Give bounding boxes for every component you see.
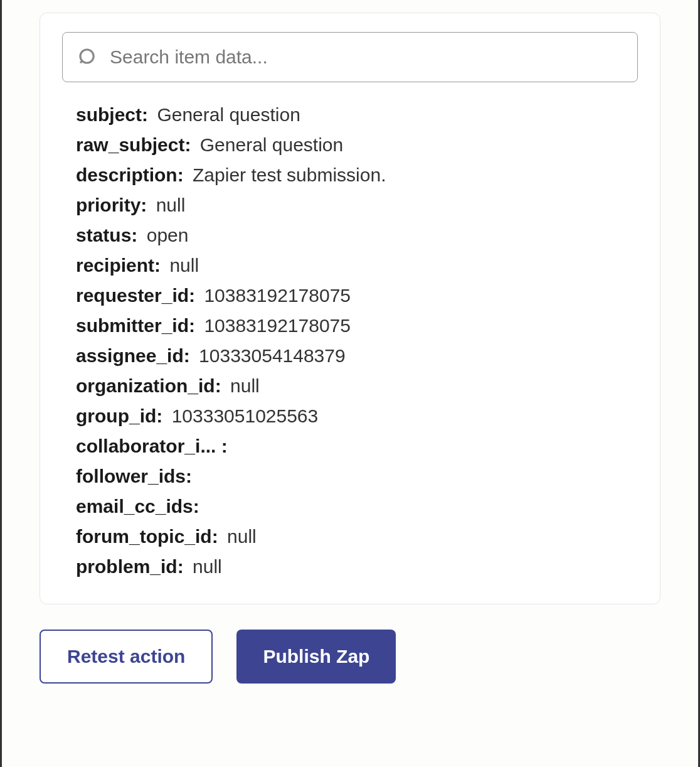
data-row: raw_subject: General question xyxy=(76,130,638,160)
svg-line-1 xyxy=(80,61,82,63)
data-row: email_cc_ids: xyxy=(76,491,638,522)
data-value: General question xyxy=(200,134,344,155)
retest-action-button[interactable]: Retest action xyxy=(40,630,213,684)
data-row: description: Zapier test submission. xyxy=(76,160,638,190)
data-value: null xyxy=(230,375,260,396)
data-value: Zapier test submission. xyxy=(193,164,386,185)
data-row: organization_id: null xyxy=(76,371,638,401)
data-key: group_id: xyxy=(76,405,162,426)
data-key: priority: xyxy=(76,195,147,215)
data-row: collaborator_i... : xyxy=(76,431,638,461)
data-value: 10383192178075 xyxy=(204,285,351,306)
data-key: submitter_id: xyxy=(76,315,195,336)
data-value: null xyxy=(156,195,186,215)
search-input[interactable] xyxy=(62,32,638,82)
search-icon xyxy=(77,46,98,68)
data-key: status: xyxy=(76,225,137,245)
data-key: subject: xyxy=(76,104,148,125)
data-key: requester_id: xyxy=(76,285,195,306)
data-row: problem_id: null xyxy=(76,552,638,582)
data-key: raw_subject: xyxy=(76,134,191,155)
data-key: organization_id: xyxy=(76,375,221,396)
data-key: description: xyxy=(76,164,184,185)
data-value: 10383192178075 xyxy=(204,315,351,336)
data-row: recipient: null xyxy=(76,250,638,281)
data-key: collaborator_i... : xyxy=(76,436,228,456)
data-row: assignee_id: 10333054148379 xyxy=(76,341,638,371)
data-value: null xyxy=(227,526,257,547)
data-value: null xyxy=(169,255,199,276)
data-key: email_cc_ids: xyxy=(76,496,199,517)
data-row: forum_topic_id: null xyxy=(76,522,638,552)
data-row: requester_id: 10383192178075 xyxy=(76,281,638,311)
data-value: null xyxy=(193,556,222,577)
data-value: open xyxy=(147,225,189,245)
data-key: recipient: xyxy=(76,255,161,276)
data-row: follower_ids: xyxy=(76,461,638,491)
data-key: forum_topic_id: xyxy=(76,526,218,547)
data-value: General question xyxy=(157,104,300,125)
data-row: priority: null xyxy=(76,190,638,220)
data-list: subject: General question raw_subject: G… xyxy=(62,100,638,582)
data-row: status: open xyxy=(76,220,638,250)
data-key: follower_ids: xyxy=(76,466,192,486)
data-value: 10333054148379 xyxy=(199,345,346,366)
data-value: 10333051025563 xyxy=(172,405,319,426)
data-row: submitter_id: 10383192178075 xyxy=(76,311,638,341)
data-row: group_id: 10333051025563 xyxy=(76,401,638,431)
publish-zap-button[interactable]: Publish Zap xyxy=(236,630,396,684)
data-key: problem_id: xyxy=(76,556,184,577)
data-row: subject: General question xyxy=(76,100,638,130)
data-key: assignee_id: xyxy=(76,345,190,366)
outer-container: subject: General question raw_subject: G… xyxy=(0,0,700,767)
search-container xyxy=(62,32,638,82)
button-row: Retest action Publish Zap xyxy=(40,630,660,684)
data-card: subject: General question raw_subject: G… xyxy=(40,13,660,604)
